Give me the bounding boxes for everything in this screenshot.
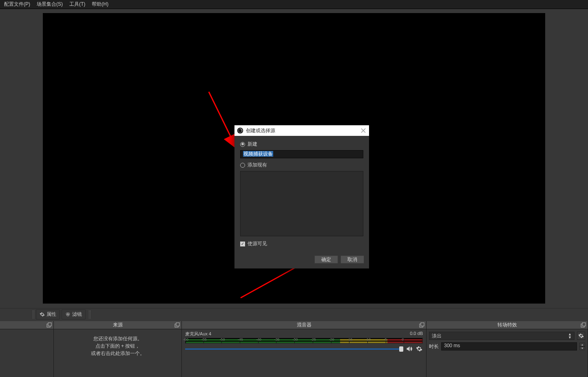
scenes-body[interactable] [0,329,53,377]
scenes-dock [0,321,54,377]
svg-rect-8 [48,323,51,326]
svg-rect-12 [421,323,424,326]
sources-body[interactable]: 您还没有添加任何源。 点击下面的 + 按钮， 或者右击此处添加一个。 [54,329,181,377]
filters-icon [65,312,71,317]
spin-up[interactable]: ▲ [579,343,585,346]
audio-meter: -60-55-50-45-40-35-30-25-20-15-10-50 [185,338,423,344]
mixer-level: 0.0 dB [410,331,423,337]
sources-header[interactable]: 来源 [54,321,181,329]
filters-button[interactable]: 滤镜 [62,309,86,319]
menu-profile[interactable]: 配置文件(P) [1,0,33,9]
menu-help[interactable]: 帮助(H) [88,0,112,9]
mixer-gear-icon[interactable] [416,345,423,353]
radio-new-label: 新建 [248,141,257,148]
svg-rect-14 [582,323,586,326]
transitions-dock: 转场特效 淡出 ▲▼ 时长 300 ms ▲ ▼ [427,321,588,377]
menu-bar: 配置文件(P) 场景集合(S) 工具(T) 帮助(H) [0,0,588,9]
source-name-input[interactable]: 视频捕获设备 [240,150,363,158]
svg-rect-10 [176,323,179,326]
gear-icon [40,312,45,317]
obs-icon [237,127,243,134]
close-icon[interactable] [360,127,367,134]
mixer-channel: 麦克风/Aux 4 0.0 dB -60-55-50-45-40-35-30-2… [182,329,426,353]
dialog-title-text: 创建或选择源 [246,127,275,134]
popout-icon[interactable] [174,322,180,328]
visible-checkbox-row[interactable]: ✓ 使源可见 [240,240,363,247]
volume-slider[interactable] [185,348,403,350]
transitions-body: 淡出 ▲▼ 时长 300 ms ▲ ▼ [427,329,588,377]
ok-button[interactable]: 确定 [314,255,338,264]
speaker-icon[interactable] [406,345,413,353]
cancel-button[interactable]: 取消 [340,255,364,264]
visible-checkbox[interactable]: ✓ [240,242,245,246]
menu-tools[interactable]: 工具(T) [66,0,88,9]
popout-icon[interactable] [580,322,586,328]
transitions-header[interactable]: 转场特效 [427,321,588,329]
source-toolbar: 属性 滤镜 [0,308,588,320]
sources-dock: 来源 您还没有添加任何源。 点击下面的 + 按钮， 或者右击此处添加一个。 [54,321,182,377]
radio-new-row[interactable]: 新建 [240,141,363,148]
sources-empty-hint: 您还没有添加任何源。 点击下面的 + 按钮， 或者右击此处添加一个。 [54,329,181,357]
properties-button[interactable]: 属性 [36,309,60,319]
radio-new[interactable] [240,142,245,147]
volume-thumb[interactable] [399,346,403,352]
toolbar-grip-2[interactable] [89,310,91,319]
mixer-dock: 混音器 麦克风/Aux 4 0.0 dB -60-55-50-45-40-35-… [182,321,427,377]
radio-existing-label: 添加现有 [248,162,267,169]
mixer-body: 麦克风/Aux 4 0.0 dB -60-55-50-45-40-35-30-2… [182,329,426,377]
mixer-channel-name: 麦克风/Aux 4 [185,331,211,337]
popout-icon[interactable] [46,322,52,328]
create-select-source-dialog: 创建或选择源 新建 视频捕获设备 添加现有 ✓ 使源可见 确定 取消 [234,125,369,268]
chevron-updown-icon: ▲▼ [568,333,572,339]
radio-existing-row[interactable]: 添加现有 [240,162,363,169]
duration-label: 时长 [429,343,439,350]
transition-select[interactable]: 淡出 ▲▼ [429,332,575,340]
mixer-header[interactable]: 混音器 [182,321,426,329]
duration-spinner[interactable]: ▲ ▼ [579,343,585,350]
duration-input[interactable]: 300 ms [441,342,577,350]
dialog-titlebar[interactable]: 创建或选择源 [234,125,369,136]
popout-icon[interactable] [419,322,424,328]
spin-down[interactable]: ▼ [579,346,585,350]
bottom-docks: 来源 您还没有添加任何源。 点击下面的 + 按钮， 或者右击此处添加一个。 混音… [0,321,588,377]
scenes-header[interactable] [0,321,53,329]
visible-checkbox-label: 使源可见 [248,240,267,247]
menu-scene-collection[interactable]: 场景集合(S) [33,0,66,9]
existing-sources-list[interactable] [240,171,363,236]
transition-gear-button[interactable] [577,332,585,340]
radio-existing[interactable] [240,163,245,168]
toolbar-grip[interactable] [33,310,34,319]
